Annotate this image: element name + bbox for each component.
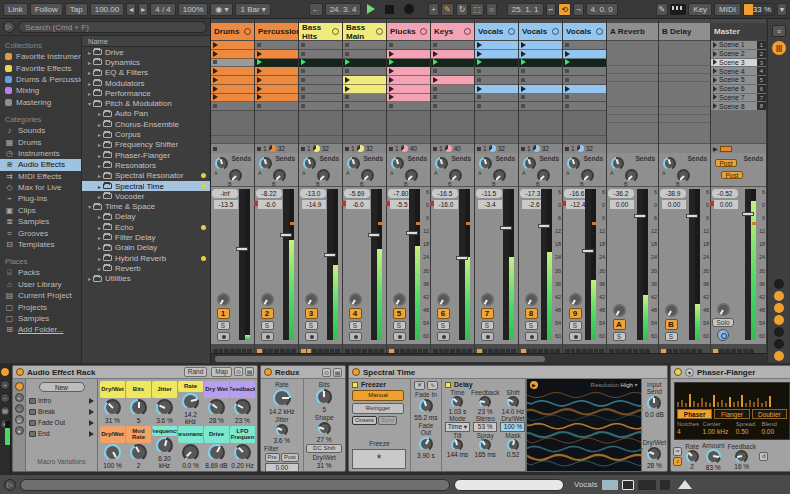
- track-header[interactable]: Vocals: [475, 23, 518, 40]
- sidebar-item-instruments[interactable]: ◷Instruments: [0, 148, 81, 159]
- tilt-knob[interactable]: [451, 439, 463, 451]
- volume-fader-handle[interactable]: [280, 233, 292, 237]
- clip-slot[interactable]: [475, 50, 518, 59]
- clip-stop-icon[interactable]: [345, 43, 349, 47]
- rack-devices-icon[interactable]: ●: [15, 426, 24, 435]
- rack-show-icon[interactable]: +: [15, 393, 24, 402]
- browser-name-header[interactable]: Name: [82, 36, 210, 47]
- variation-launch-icon[interactable]: [89, 398, 94, 404]
- empty-clip-slot[interactable]: [475, 94, 518, 103]
- empty-clip-slot[interactable]: [431, 85, 474, 94]
- track-header[interactable]: Keys: [431, 23, 474, 40]
- browser-tree-item[interactable]: ▸Phaser-Flanger: [82, 150, 210, 160]
- browser-tree-item[interactable]: ▾Pitch & Modulation: [82, 98, 210, 108]
- scene-launch-icon[interactable]: [713, 42, 717, 48]
- arrangement-position-field[interactable]: 24. 3. 4: [325, 3, 362, 16]
- clip-stop-icon[interactable]: [477, 69, 481, 73]
- empty-clip-slot[interactable]: [475, 67, 518, 76]
- sidebar-item-audio-effects[interactable]: ≋Audio Effects: [0, 159, 81, 170]
- shift-knob[interactable]: [507, 396, 519, 408]
- collection-item[interactable]: Drums & Percussion: [0, 74, 81, 85]
- variation-launch-icon[interactable]: [89, 409, 94, 415]
- clip-slot[interactable]: [387, 50, 430, 59]
- clip-slot[interactable]: [211, 67, 254, 76]
- sidebar-item-max-for-live[interactable]: ◇Max for Live: [0, 182, 81, 193]
- send-a-knob[interactable]: [215, 157, 228, 170]
- clip-stop-icon[interactable]: [301, 43, 305, 47]
- chain-list-icon[interactable]: ▤: [0, 406, 10, 416]
- stereo-value[interactable]: 53 %: [473, 422, 497, 432]
- solo-button[interactable]: S: [393, 321, 406, 330]
- spectral-drywet-value[interactable]: 100 %: [500, 422, 525, 432]
- clip-slot[interactable]: [255, 85, 298, 94]
- empty-clip-slot[interactable]: [255, 102, 298, 111]
- device-activator-icon[interactable]: [352, 368, 360, 376]
- track-stop-icon[interactable]: [565, 147, 569, 151]
- solo-button[interactable]: S: [305, 321, 318, 330]
- clip-slot[interactable]: [519, 41, 562, 50]
- clip-playing-icon[interactable]: [301, 59, 306, 65]
- clip-slot[interactable]: [519, 85, 562, 94]
- crossfade-x-icon[interactable]: ✕: [414, 381, 425, 390]
- add-device-icon[interactable]: +: [0, 380, 10, 390]
- clip-launch-icon[interactable]: [257, 51, 262, 57]
- volume-fader-handle[interactable]: [500, 226, 512, 230]
- disclosure-triangle-icon[interactable]: ▸: [96, 193, 103, 200]
- send-a-knob[interactable]: [259, 157, 272, 170]
- disclosure-triangle-icon[interactable]: ▸: [96, 244, 103, 251]
- empty-clip-slot[interactable]: [431, 67, 474, 76]
- clip-stop-icon[interactable]: [433, 95, 437, 99]
- clip-stop-icon[interactable]: [345, 69, 349, 73]
- clip-launch-icon[interactable]: [213, 86, 218, 92]
- play-button[interactable]: [367, 4, 375, 14]
- variation-row[interactable]: Break: [29, 406, 94, 417]
- clip-stop-icon[interactable]: [433, 87, 437, 91]
- solo-button[interactable]: S: [261, 321, 274, 330]
- collection-item[interactable]: Favorite Effects: [0, 62, 81, 73]
- volume-value[interactable]: 0.00: [610, 200, 634, 209]
- mixer-section-toggle-icon[interactable]: [774, 279, 784, 289]
- clip-launch-icon[interactable]: [389, 94, 394, 100]
- solo-button[interactable]: Solo: [712, 318, 734, 327]
- clip-slot[interactable]: [343, 76, 386, 85]
- clip-slot[interactable]: [387, 67, 430, 76]
- clip-launch-icon[interactable]: [213, 94, 218, 100]
- save-preset-icon[interactable]: ▤: [333, 368, 342, 377]
- filter-post-button[interactable]: Post: [281, 453, 299, 462]
- scene-row[interactable]: Scene 88: [711, 102, 766, 111]
- delay-feedback-knob[interactable]: [479, 396, 491, 408]
- clip-playing-icon[interactable]: [521, 59, 526, 65]
- volume-value[interactable]: -6.0: [346, 200, 370, 209]
- place-item[interactable]: ▤Current Project: [0, 290, 81, 301]
- arm-record-button[interactable]: [261, 332, 274, 341]
- clip-slot[interactable]: [387, 76, 430, 85]
- browser-tree-item[interactable]: ▸EQ & Filters: [82, 68, 210, 78]
- clip-slot[interactable]: [387, 94, 430, 103]
- clip-launch-icon[interactable]: [257, 94, 262, 100]
- clip-slot[interactable]: [299, 59, 342, 68]
- clip-launch-icon[interactable]: [389, 86, 394, 92]
- macro-knob[interactable]: [156, 399, 173, 416]
- clip-launch-icon[interactable]: [257, 86, 262, 92]
- empty-clip-slot[interactable]: [431, 94, 474, 103]
- send-b-post-button[interactable]: Post: [721, 171, 743, 179]
- scene-launch-icon[interactable]: [713, 86, 717, 92]
- scene-row[interactable]: Scene 55: [711, 76, 766, 85]
- macro-knob[interactable]: [130, 399, 147, 416]
- empty-clip-slot[interactable]: [519, 94, 562, 103]
- clip-stop-icon[interactable]: [389, 104, 393, 108]
- browser-toggle-icon[interactable]: ▷: [3, 21, 15, 33]
- clip-launch-icon[interactable]: [521, 42, 526, 48]
- tab-flanger[interactable]: Flanger: [714, 409, 749, 419]
- clip-stop-icon[interactable]: [565, 43, 569, 47]
- phaser-param-value[interactable]: 0.00: [761, 428, 787, 435]
- variation-row[interactable]: Intro: [29, 395, 94, 406]
- mixer-section-toggle-icon[interactable]: [774, 339, 784, 349]
- send-a-knob[interactable]: [303, 157, 316, 170]
- track-fold-icon[interactable]: [376, 28, 383, 35]
- sidebar-item-clips[interactable]: ▣Clips: [0, 205, 81, 216]
- disclosure-triangle-icon[interactable]: ▸: [96, 255, 103, 262]
- rack-macro-toggle-icon[interactable]: [15, 382, 24, 391]
- cpu-menu-arrow[interactable]: ▾: [777, 3, 787, 16]
- disclosure-triangle-icon[interactable]: ▸: [96, 152, 103, 159]
